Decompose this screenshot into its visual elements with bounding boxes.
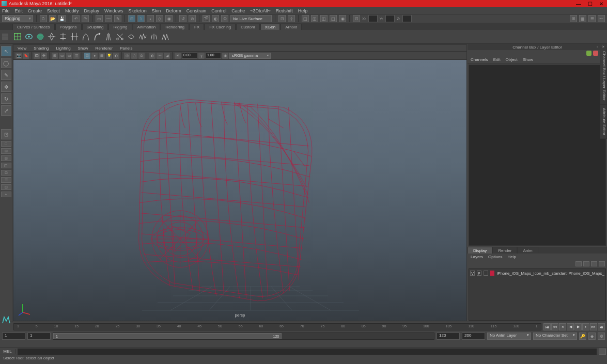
shelf-arrows[interactable]	[2, 34, 11, 40]
menu-constrain[interactable]: Constrain	[186, 8, 207, 13]
layer-menu-options[interactable]: Options	[488, 255, 503, 259]
xgen-sphere-icon[interactable]	[35, 31, 45, 42]
vp-menu-panels[interactable]: Panels	[120, 46, 132, 51]
ch-menu-channels[interactable]: Channels	[471, 57, 488, 62]
x-field[interactable]	[368, 15, 378, 22]
channel-mode-1-icon[interactable]	[586, 51, 592, 56]
menu-file[interactable]: File	[2, 8, 10, 13]
shelf-tab-polygons[interactable]: Polygons	[55, 24, 82, 30]
menu-3dtoall[interactable]: ~3DtoAll~	[250, 8, 271, 13]
menu-create[interactable]: Create	[28, 8, 42, 13]
vp-xray-icon[interactable]: ◌	[131, 53, 137, 59]
menu-cache[interactable]: Cache	[231, 8, 245, 13]
shelf-tab-custom[interactable]: Custom	[236, 24, 260, 30]
channel-mode-2-icon[interactable]	[593, 51, 598, 56]
ch-menu-object[interactable]: Object	[506, 57, 518, 62]
rotate-tool[interactable]: ↻	[1, 93, 11, 104]
vp-xray-joints-icon[interactable]: ⊙	[138, 53, 145, 59]
pivot-icon[interactable]: ⊹	[288, 15, 295, 22]
time-ruler[interactable]: 1510152025303540455055606570758085909510…	[13, 323, 541, 330]
paint-select-icon[interactable]: ✎	[114, 15, 121, 22]
snap-plane-icon[interactable]: ◇	[156, 15, 163, 22]
anim-prefs-icon[interactable]: ⚙	[598, 333, 605, 340]
shelf-tab-sculpting[interactable]: Sculpting	[82, 24, 108, 30]
layout-persp[interactable]: ⊡	[1, 184, 11, 190]
scale-tool[interactable]: ⤢	[1, 105, 11, 116]
layout-three[interactable]: ⊡	[1, 170, 11, 176]
shelf-tab-rigging[interactable]: Rigging	[108, 24, 132, 30]
menu-modify[interactable]: Modify	[65, 8, 79, 13]
xgen-density-icon[interactable]	[58, 31, 68, 42]
menu-select[interactable]: Select	[47, 8, 60, 13]
vp-menu-view[interactable]: View	[18, 46, 26, 51]
set-key-icon[interactable]: ◆	[588, 333, 596, 340]
layer-display-type[interactable]	[484, 271, 488, 276]
vp-ao-icon[interactable]: ◐	[149, 53, 155, 59]
maximize-button[interactable]: ☐	[584, 1, 596, 7]
playback-end-field[interactable]: 120	[437, 333, 460, 340]
module-selector[interactable]: Rigging	[2, 15, 33, 22]
snap-live-icon[interactable]: ◉	[165, 15, 173, 22]
menu-skin[interactable]: Skin	[152, 8, 161, 13]
select-mode-icon[interactable]: ▭	[96, 15, 103, 22]
xgen-open-icon[interactable]	[24, 31, 34, 42]
shelf-tab-animation[interactable]: Animation	[133, 24, 161, 30]
snap-grid-icon[interactable]: ⊞	[128, 15, 135, 22]
rtab-attribute-editor[interactable]: Attribute Editor	[600, 104, 607, 139]
history-off-icon[interactable]: ⊘	[189, 15, 196, 22]
xgen-region-icon[interactable]	[160, 31, 170, 42]
viewport-3d[interactable]: persp	[13, 60, 466, 321]
select-tool[interactable]: ↖	[1, 46, 11, 56]
vp-2d-pan-icon[interactable]: ✥	[41, 53, 47, 59]
menu-windows[interactable]: Windows	[104, 8, 123, 13]
xgen-mask-icon[interactable]	[149, 31, 159, 42]
y-field[interactable]	[385, 15, 395, 22]
menu-edit[interactable]: Edit	[15, 8, 23, 13]
graph-editor-icon[interactable]: 〜	[598, 15, 605, 22]
layer-tab-display[interactable]: Display	[468, 247, 492, 254]
xform-3-icon[interactable]: ◫	[320, 15, 328, 22]
cmd-input[interactable]	[18, 349, 597, 355]
vp-gamma-field[interactable]: 1.00	[206, 53, 221, 59]
vp-resolution-gate-icon[interactable]: ▭	[66, 53, 72, 59]
go-start-icon[interactable]: ⏮	[543, 323, 551, 330]
character-set-dropdown[interactable]: No Character Set	[533, 333, 577, 340]
step-fwd-icon[interactable]: ▸	[582, 323, 589, 330]
ipr-icon[interactable]: ◐	[212, 15, 219, 22]
layer-name[interactable]: iPhone_iOS_Maps_Icon_mb_standart:iPhone_…	[496, 271, 604, 276]
menu-deform[interactable]: Deform	[166, 8, 181, 13]
snap-point-icon[interactable]: •	[147, 15, 154, 22]
layer-list[interactable]: V P iPhone_iOS_Maps_Icon_mb_standart:iPh…	[469, 268, 606, 321]
playback-start-field[interactable]: 1	[27, 333, 51, 340]
menu-skeleton[interactable]: Skeleton	[129, 8, 147, 13]
step-back-key-icon[interactable]: ◂◂	[551, 323, 558, 330]
layer-tab-render[interactable]: Render	[492, 247, 517, 254]
vp-isolate-icon[interactable]: ◎	[124, 53, 130, 59]
xform-4-icon[interactable]: ◫	[330, 15, 337, 22]
range-slider-thumb[interactable]: 1120	[53, 333, 282, 339]
ch-menu-show[interactable]: Show	[523, 57, 533, 62]
vp-exposure-field[interactable]: 0.00	[182, 53, 197, 59]
vp-smooth-shade-icon[interactable]: ●	[91, 53, 98, 59]
paint-tool[interactable]: ✎	[1, 70, 11, 80]
step-back-icon[interactable]: ◂	[559, 323, 566, 330]
rtab-channel-box[interactable]: Channel Box / Layer Editor	[600, 48, 607, 104]
render-settings-icon[interactable]: ⚙	[221, 15, 228, 22]
channel-box-body[interactable]	[469, 65, 606, 246]
vp-select-camera-icon[interactable]: 📷	[15, 53, 22, 59]
xgen-width-icon[interactable]	[81, 31, 91, 42]
vp-motion-blur-icon[interactable]: 〰	[157, 53, 163, 59]
layer-menu-help[interactable]: Help	[508, 255, 516, 259]
xgen-noise-icon[interactable]	[137, 31, 148, 42]
open-scene-icon[interactable]: 📂	[49, 15, 56, 22]
outliner-icon[interactable]: ☰	[588, 15, 596, 22]
move-tool[interactable]: ✥	[1, 82, 11, 92]
vp-shadows-icon[interactable]: ◐	[113, 53, 119, 59]
vp-menu-renderer[interactable]: Renderer	[96, 46, 113, 51]
modeling-toolkit-icon[interactable]: ⊞	[570, 15, 577, 22]
xgen-guide-icon[interactable]	[46, 31, 57, 42]
layout-four[interactable]: ⊞	[1, 148, 11, 154]
vp-menu-show[interactable]: Show	[78, 46, 88, 51]
shelf-tab-arnold[interactable]: Arnold	[281, 24, 302, 30]
last-tool[interactable]: ⊡	[1, 129, 11, 139]
